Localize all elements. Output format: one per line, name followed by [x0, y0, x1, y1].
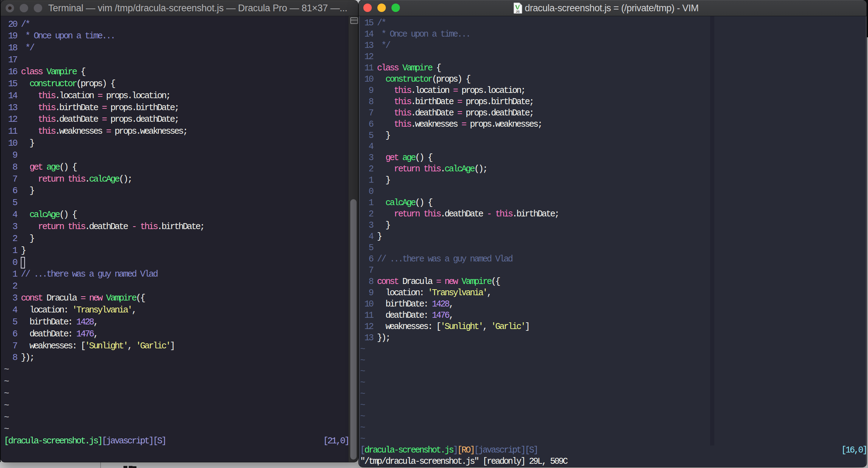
svg-text:JS: JS: [516, 10, 519, 13]
